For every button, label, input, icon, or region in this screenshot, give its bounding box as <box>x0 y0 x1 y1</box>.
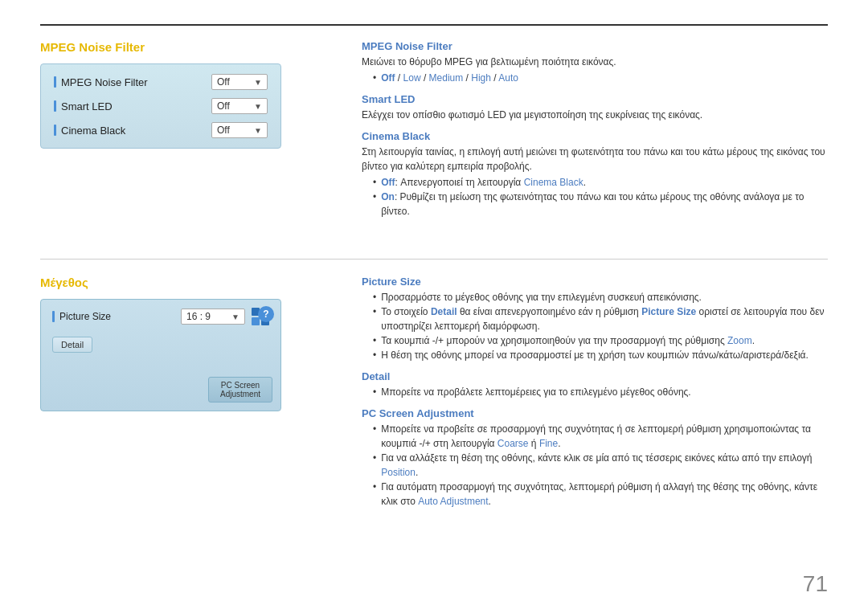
desc-mpeg-noise: MPEG Noise Filter Μειώνει το θόρυβο MPEG… <box>362 40 828 85</box>
ui-row-mpeg-noise: MPEG Noise Filter Off ▼ <box>54 74 268 90</box>
desc-pc-screen: PC Screen Adjustment Μπορείτε να προβείτ… <box>362 407 828 509</box>
question-mark-icon: ? <box>258 306 274 322</box>
desc-bullet-ps-2: Το στοιχείο Detail θα είναι απενεργοποιη… <box>373 304 828 333</box>
ui-row-smart-led: Smart LED Off ▼ <box>54 98 268 114</box>
ui-bar-1 <box>54 76 56 88</box>
desc-text-smart-led: Ελέγχει τον οπίσθιο φωτισμό LED για μεγι… <box>362 108 828 122</box>
section-mpeg: MPEG Noise Filter MPEG Noise Filter Off … <box>40 40 828 227</box>
ui-row-cinema-black: Cinema Black Off ▼ <box>54 122 268 138</box>
ui-bar-3 <box>54 125 56 136</box>
desc-bullet-cinema-on: On: Ρυθμίζει τη μείωση της φωτεινότητας … <box>373 190 828 219</box>
section-separator <box>40 259 828 260</box>
desc-bullet-pc-1: Μπορείτε να προβείτε σε προσαρμογή της σ… <box>373 422 828 451</box>
grid-cell-bl <box>252 317 260 325</box>
ui-select-mpeg-noise[interactable]: Off ▼ <box>211 74 268 90</box>
desc-bullet-ps-4: Η θέση της οθόνης μπορεί να προσαρμοστεί… <box>373 348 828 362</box>
content-wrapper: MPEG Noise Filter MPEG Noise Filter Off … <box>40 40 828 589</box>
desc-bullet-pc-2: Για να αλλάξετε τη θέση της οθόνης, κάντ… <box>373 451 828 480</box>
desc-text-mpeg: Μειώνει το θόρυβο MPEG για βελτιωμένη πο… <box>362 55 828 69</box>
section1-right: MPEG Noise Filter Μειώνει το θόρυβο MPEG… <box>362 40 828 227</box>
dropdown-arrow-3: ▼ <box>254 126 262 135</box>
ui-select-picture-size[interactable]: 16 : 9 ▼ <box>181 309 245 325</box>
dropdown-arrow-ps: ▼ <box>231 313 240 321</box>
page-number: 71 <box>803 571 828 597</box>
ui-bar-2 <box>54 100 56 112</box>
desc-bullet-cinema-off: Off: Απενεργοποιεί τη λειτουργία Cinema … <box>373 175 828 190</box>
picture-size-row: Picture Size 16 : 9 ▼ <box>52 308 269 325</box>
desc-title-cinema-black: Cinema Black <box>362 130 828 142</box>
ui-label-picture-size: Picture Size <box>52 311 174 322</box>
page-container: MPEG Noise Filter MPEG Noise Filter Off … <box>0 0 868 613</box>
desc-title-pc-screen: PC Screen Adjustment <box>362 407 828 419</box>
top-rule <box>40 24 828 26</box>
desc-bullet-detail-1: Μπορείτε να προβάλετε λεπτομέρειες για τ… <box>373 385 828 399</box>
section-megethos: Μέγεθος ? Picture Size 16 : 9 <box>40 276 828 517</box>
ui-label-cinema-black: Cinema Black <box>54 125 211 137</box>
desc-bullet-mpeg-options: Off / Low / Medium / High / Auto <box>373 71 828 85</box>
section2-right: Picture Size Προσαρμόστε το μέγεθος οθόν… <box>362 276 828 517</box>
ui-label-mpeg-noise: MPEG Noise Filter <box>54 76 211 88</box>
desc-picture-size: Picture Size Προσαρμόστε το μέγεθος οθόν… <box>362 276 828 362</box>
detail-button[interactable]: Detail <box>52 337 92 353</box>
desc-detail: Detail Μπορείτε να προβάλετε λεπτομέρειε… <box>362 370 828 399</box>
ui-select-cinema-black[interactable]: Off ▼ <box>211 122 268 138</box>
section1-title: MPEG Noise Filter <box>40 40 313 54</box>
desc-bullet-ps-3: Τα κουμπιά -/+ μπορούν να χρησιμοποιηθού… <box>373 333 828 348</box>
desc-smart-led: Smart LED Ελέγχει τον οπίσθιο φωτισμό LE… <box>362 93 828 122</box>
picture-panel: ? Picture Size 16 : 9 ▼ <box>40 299 281 411</box>
desc-title-mpeg: MPEG Noise Filter <box>362 40 828 52</box>
section2-title: Μέγεθος <box>40 276 313 289</box>
section2-left: Μέγεθος ? Picture Size 16 : 9 <box>40 276 313 517</box>
detail-button-row: Detail <box>52 333 269 353</box>
section1-left: MPEG Noise Filter MPEG Noise Filter Off … <box>40 40 313 227</box>
desc-text-cinema-black: Στη λειτουργία ταινίας, η επιλογή αυτή μ… <box>362 145 828 174</box>
dropdown-arrow-2: ▼ <box>254 102 262 111</box>
picture-panel-inner: Picture Size 16 : 9 ▼ <box>41 300 280 361</box>
pc-screen-box: PC Screen Adjustment <box>208 377 272 403</box>
dropdown-arrow-1: ▼ <box>254 78 262 87</box>
desc-title-smart-led: Smart LED <box>362 93 828 105</box>
desc-bullet-pc-3: Για αυτόματη προσαρμογή της συχνότητας, … <box>373 480 828 509</box>
ui-label-smart-led: Smart LED <box>54 100 211 112</box>
ui-panel-mpeg: MPEG Noise Filter Off ▼ Smart LED <box>40 63 281 149</box>
desc-title-picture-size: Picture Size <box>362 276 828 288</box>
ui-bar-ps <box>52 311 55 322</box>
desc-title-detail: Detail <box>362 370 828 382</box>
desc-cinema-black: Cinema Black Στη λειτουργία ταινίας, η ε… <box>362 130 828 219</box>
ui-select-smart-led[interactable]: Off ▼ <box>211 98 268 114</box>
desc-bullet-ps-1: Προσαρμόστε το μέγεθος οθόνης για την επ… <box>373 290 828 304</box>
